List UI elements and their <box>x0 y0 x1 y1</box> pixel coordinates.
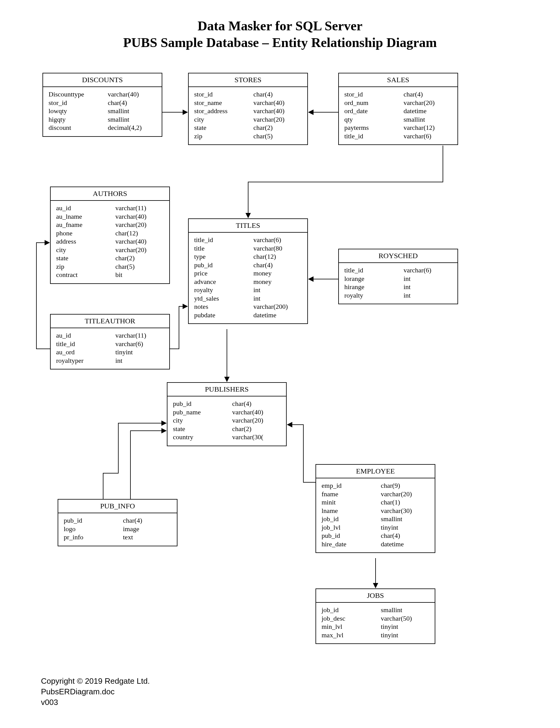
column-name: state <box>56 254 115 262</box>
column-row: logoimage <box>64 525 171 533</box>
er-diagram-page: Data Masker for SQL Server PUBS Sample D… <box>0 0 560 728</box>
column-type: char(5) <box>115 262 164 271</box>
entity-header: PUBLISHERS <box>167 383 286 396</box>
column-name: royalty <box>194 286 253 294</box>
column-type: tinyint <box>381 622 429 631</box>
entity-header: ROYSCHED <box>339 249 457 263</box>
column-name: Discounttype <box>49 90 108 99</box>
column-name: city <box>173 416 232 425</box>
column-type: char(2) <box>232 425 281 433</box>
column-name: state <box>173 425 232 433</box>
column-name: job_desc <box>322 614 381 623</box>
column-type: varchar(40) <box>253 99 302 107</box>
column-row: au_fnamevarchar(20) <box>56 221 164 229</box>
column-name: au_id <box>56 331 115 340</box>
column-name: state <box>194 123 253 132</box>
column-name: title_id <box>344 266 403 275</box>
column-name: pub_id <box>194 261 253 269</box>
entity-body: au_idvarchar(11)au_lnamevarchar(40)au_fn… <box>51 201 169 283</box>
column-type: tinyint <box>381 631 429 639</box>
column-row: title_idvarchar(6) <box>56 340 164 348</box>
entity-titles: TITLEStitle_idvarchar(6)titlevarchar(80t… <box>188 218 308 324</box>
entity-body: pub_idchar(4)logoimagepr_infotext <box>58 513 177 546</box>
column-row: paytermsvarchar(12) <box>344 123 452 132</box>
column-name: ord_num <box>344 99 403 107</box>
footer-filename: PubsERDiagram.doc <box>41 687 115 696</box>
column-row: hirangeint <box>344 283 452 291</box>
entity-header: SALES <box>339 73 457 87</box>
column-type: char(4) <box>232 399 281 408</box>
column-type: varchar(20) <box>115 221 164 229</box>
column-type: int <box>403 291 452 300</box>
column-type: decimal(4,2) <box>108 123 156 132</box>
column-row: qtysmallint <box>344 115 452 124</box>
column-row: max_lvltinyint <box>322 631 429 639</box>
column-name: qty <box>344 115 403 124</box>
column-type: char(4) <box>123 516 171 525</box>
column-row: hire_datedatetime <box>322 540 429 548</box>
column-type: int <box>253 294 302 303</box>
entity-publishers: PUBLISHERSpub_idchar(4)pub_namevarchar(4… <box>167 382 287 446</box>
entity-body: au_idvarchar(11)title_idvarchar(6)au_ord… <box>51 328 169 369</box>
column-name: royalty <box>344 291 403 300</box>
column-type: varchar(11) <box>115 331 164 340</box>
column-row: pub_namevarchar(40) <box>173 408 281 416</box>
column-name: ytd_sales <box>194 294 253 303</box>
column-name: au_ord <box>56 348 115 356</box>
column-name: advance <box>194 278 253 286</box>
column-name: city <box>56 246 115 254</box>
column-name: max_lvl <box>322 631 381 639</box>
column-row: stor_idchar(4) <box>49 99 156 107</box>
column-name: stor_id <box>194 90 253 99</box>
column-name: job_id <box>322 606 381 614</box>
column-row: addressvarchar(40) <box>56 237 164 246</box>
column-type: varchar(40) <box>115 237 164 246</box>
column-row: au_ordtinyint <box>56 348 164 356</box>
column-type: char(2) <box>253 123 302 132</box>
column-name: pub_name <box>173 408 232 416</box>
column-row: zipchar(5) <box>56 262 164 271</box>
column-row: statechar(2) <box>56 254 164 262</box>
column-row: ytd_salesint <box>194 294 302 303</box>
footer-version: v003 <box>41 698 58 707</box>
column-name: lowqty <box>49 107 108 115</box>
column-type: varchar(6) <box>403 132 452 140</box>
entity-titleauthor: TITLEAUTHORau_idvarchar(11)title_idvarch… <box>50 314 170 369</box>
column-type: varchar(11) <box>115 204 164 212</box>
column-name: job_id <box>322 515 381 523</box>
column-name: title_id <box>194 236 253 244</box>
column-row: Discounttypevarchar(40) <box>49 90 156 99</box>
column-row: pub_idchar(4) <box>173 399 281 408</box>
column-type: smallint <box>108 115 156 124</box>
column-name: pr_info <box>64 533 123 541</box>
column-type: char(5) <box>253 132 302 140</box>
column-type: varchar(20) <box>115 246 164 254</box>
column-name: title_id <box>56 340 115 348</box>
entity-body: stor_idchar(4)stor_namevarchar(40)stor_a… <box>189 87 307 144</box>
column-type: tinyint <box>115 348 164 356</box>
column-type: char(1) <box>381 498 429 507</box>
footer-copyright: Copyright © 2019 Redgate Ltd. <box>41 676 150 686</box>
column-row: royaltyperint <box>56 356 164 365</box>
column-type: varchar(30) <box>381 507 429 515</box>
column-name: royaltyper <box>56 356 115 365</box>
column-row: stor_idchar(4) <box>344 90 452 99</box>
column-type: char(4) <box>403 90 452 99</box>
column-name: stor_id <box>49 99 108 107</box>
column-type: char(9) <box>381 481 429 490</box>
column-row: cityvarchar(20) <box>56 246 164 254</box>
column-name: phone <box>56 229 115 238</box>
entity-discounts: DISCOUNTSDiscounttypevarchar(40)stor_idc… <box>42 73 162 137</box>
column-type: money <box>253 269 302 278</box>
column-name: hire_date <box>322 540 381 548</box>
column-type: datetime <box>253 311 302 319</box>
column-name: higqty <box>49 115 108 124</box>
column-name: au_id <box>56 204 115 212</box>
column-row: minitchar(1) <box>322 498 429 507</box>
column-type: char(4) <box>108 99 156 107</box>
column-type: smallint <box>108 107 156 115</box>
column-name: price <box>194 269 253 278</box>
column-row: statechar(2) <box>173 425 281 433</box>
column-row: pub_idchar(4) <box>194 261 302 269</box>
entity-body: title_idvarchar(6)titlevarchar(80typecha… <box>189 233 307 323</box>
